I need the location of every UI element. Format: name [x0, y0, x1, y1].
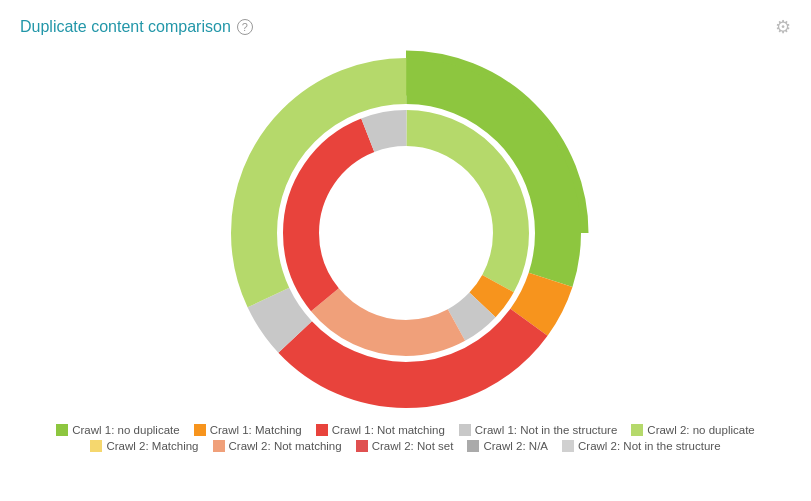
legend: Crawl 1: no duplicate Crawl 1: Matching … — [20, 418, 791, 458]
legend-label: Crawl 2: Not matching — [229, 440, 342, 452]
legend-item-crawl2-notmatching: Crawl 2: Not matching — [213, 440, 342, 452]
page-title: Duplicate content comparison ? — [20, 18, 253, 36]
legend-item-crawl1-matching: Crawl 1: Matching — [194, 424, 302, 436]
legend-label: Crawl 2: Matching — [106, 440, 198, 452]
legend-item-crawl1-noduplicate: Crawl 1: no duplicate — [56, 424, 179, 436]
swatch-crawl2-notmatching — [213, 440, 225, 452]
legend-item-crawl2-na: Crawl 2: N/A — [467, 440, 548, 452]
donut-chart — [196, 48, 616, 418]
legend-item-crawl2-noduplicate: Crawl 2: no duplicate — [631, 424, 754, 436]
swatch-crawl1-matching — [194, 424, 206, 436]
swatch-crawl1-notinstructure — [459, 424, 471, 436]
legend-label: Crawl 2: N/A — [483, 440, 548, 452]
title-text: Duplicate content comparison — [20, 18, 231, 36]
chart-area — [20, 48, 791, 418]
legend-label: Crawl 1: Not matching — [332, 424, 445, 436]
legend-item-crawl1-notinstructure: Crawl 1: Not in the structure — [459, 424, 618, 436]
legend-label: Crawl 1: Matching — [210, 424, 302, 436]
swatch-crawl2-matching — [90, 440, 102, 452]
swatch-crawl2-notinstructure — [562, 440, 574, 452]
swatch-crawl2-noduplicate — [631, 424, 643, 436]
legend-label: Crawl 1: no duplicate — [72, 424, 179, 436]
legend-item-crawl2-notset: Crawl 2: Not set — [356, 440, 454, 452]
center-hole — [321, 148, 491, 318]
main-container: Duplicate content comparison ? ⚙ — [0, 0, 811, 501]
legend-label: Crawl 2: Not in the structure — [578, 440, 721, 452]
legend-label: Crawl 1: Not in the structure — [475, 424, 618, 436]
header: Duplicate content comparison ? ⚙ — [20, 16, 791, 38]
swatch-crawl2-na — [467, 440, 479, 452]
legend-item-crawl1-notmatching: Crawl 1: Not matching — [316, 424, 445, 436]
swatch-crawl1-notmatching — [316, 424, 328, 436]
swatch-crawl1-noduplicate — [56, 424, 68, 436]
settings-icon[interactable]: ⚙ — [775, 16, 791, 38]
help-icon[interactable]: ? — [237, 19, 253, 35]
legend-row-1: Crawl 1: no duplicate Crawl 1: Matching … — [30, 424, 781, 436]
legend-item-crawl2-matching: Crawl 2: Matching — [90, 440, 198, 452]
legend-item-crawl2-notinstructure: Crawl 2: Not in the structure — [562, 440, 721, 452]
legend-row-2: Crawl 2: Matching Crawl 2: Not matching … — [30, 440, 781, 452]
legend-label: Crawl 2: Not set — [372, 440, 454, 452]
legend-label: Crawl 2: no duplicate — [647, 424, 754, 436]
swatch-crawl2-notset — [356, 440, 368, 452]
